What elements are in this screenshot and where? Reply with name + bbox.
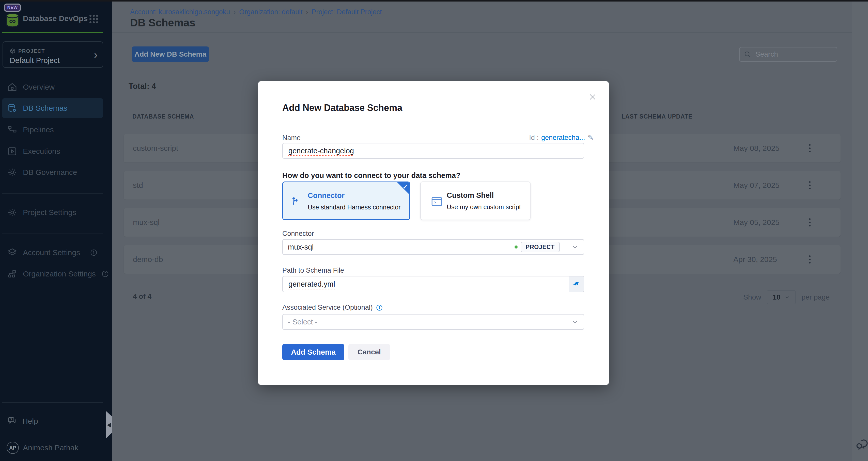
- column-header-last-schema-update: LAST SCHEMA UPDATE: [622, 113, 692, 120]
- user-name: Animesh Pathak: [23, 443, 78, 452]
- dialog-title: Add New Database Schema: [282, 103, 402, 113]
- right-rail: [852, 0, 868, 461]
- app-title: Database DevOps: [23, 14, 88, 23]
- new-badge: NEW: [4, 4, 21, 12]
- svg-text:∞: ∞: [9, 16, 16, 26]
- sidebar-item-pipelines[interactable]: Pipelines: [2, 122, 103, 137]
- sidebar-item-help[interactable]: ? Help: [2, 414, 103, 429]
- id-value-link[interactable]: generatecha...: [541, 134, 585, 142]
- chat-bubbles-icon[interactable]: [856, 439, 868, 452]
- add-schema-button[interactable]: Add Schema: [282, 344, 344, 360]
- cancel-button[interactable]: Cancel: [348, 344, 390, 360]
- path-label: Path to Schema File: [282, 267, 344, 274]
- pin-button[interactable]: [569, 276, 584, 292]
- service-select[interactable]: - Select -: [282, 314, 584, 330]
- sidebar: NEW ∞ Database DevOps PROJECT: [0, 0, 112, 461]
- sidebar-item-db-schemas[interactable]: DB Schemas: [2, 98, 103, 118]
- pagination-range: 4 of 4: [133, 292, 151, 301]
- org-chart-icon: [7, 269, 17, 279]
- option-subtitle: Use standard Harness connector: [308, 204, 400, 211]
- option-card-connector[interactable]: ✓ Connector Use standard Harness connect…: [282, 182, 410, 220]
- path-input-value: generated.yml: [288, 280, 335, 288]
- app-switcher-grid-icon[interactable]: [89, 15, 99, 24]
- connector-label: Connector: [282, 230, 314, 238]
- check-icon: ✓: [403, 183, 408, 190]
- project-selector-value: Default Project: [10, 56, 60, 65]
- collapse-arrow-icon: ◀: [107, 421, 111, 429]
- schema-name: custom-script: [133, 134, 178, 162]
- breadcrumb-separator: ›: [230, 9, 239, 16]
- add-schema-dialog: Add New Database Schema Name Id : genera…: [258, 81, 609, 385]
- service-select-placeholder: - Select -: [288, 318, 317, 326]
- search-icon: [744, 51, 751, 58]
- connector-select-value: mux-sql: [288, 243, 314, 251]
- page-title: DB Schemas: [130, 17, 195, 29]
- avatar: AP: [7, 442, 19, 454]
- sidebar-green-divider: [2, 32, 103, 33]
- database-devops-logo-icon: ∞: [5, 12, 20, 28]
- add-new-db-schema-button[interactable]: Add New DB Schema: [132, 46, 209, 62]
- path-input[interactable]: generated.yml: [282, 276, 584, 292]
- column-header-database-schema: DATABASE SCHEMA: [132, 113, 194, 120]
- close-icon[interactable]: [587, 92, 598, 102]
- sidebar-divider: [2, 402, 103, 403]
- page-size-select[interactable]: 10: [767, 290, 796, 304]
- chevron-right-icon: ›: [94, 50, 98, 60]
- project-selector[interactable]: PROJECT Default Project ›: [3, 41, 103, 68]
- search-input[interactable]: [755, 50, 833, 59]
- sidebar-item-label: DB Governance: [23, 168, 77, 177]
- layers-icon: [7, 248, 17, 258]
- breadcrumb-organization[interactable]: Organization: default: [239, 8, 302, 16]
- sidebar-item-project-settings[interactable]: Project Settings: [2, 205, 103, 220]
- sidebar-item-account-settings[interactable]: Account Settings: [2, 245, 103, 260]
- option-card-custom-shell[interactable]: >_ Custom Shell Use my own custom script: [420, 182, 531, 220]
- schema-name: std: [133, 171, 143, 200]
- scope-badge: PROJECT: [521, 242, 560, 252]
- schema-last-update: Apr 30, 2025: [733, 245, 777, 274]
- toolbar-divider: [112, 72, 852, 72]
- sidebar-collapse-handle[interactable]: ◀: [106, 411, 112, 439]
- id-prefix: Id :: [529, 134, 539, 142]
- terminal-icon: >_: [430, 195, 443, 208]
- breadcrumb-project[interactable]: Project: Default Project: [312, 8, 382, 16]
- name-input[interactable]: generate-changelog: [282, 143, 584, 159]
- option-title: Custom Shell: [447, 191, 494, 200]
- name-label: Name: [282, 134, 301, 142]
- header-divider: [112, 32, 852, 33]
- sidebar-item-label: Pipelines: [23, 125, 54, 134]
- breadcrumb-separator: ›: [302, 9, 312, 16]
- option-title: Connector: [308, 191, 345, 200]
- breadcrumb: Account: kurosakiichigo.songoku › Organi…: [130, 8, 382, 16]
- user-profile[interactable]: AP Animesh Pathak: [7, 442, 78, 454]
- schema-last-update: May 08, 2025: [733, 134, 780, 162]
- info-icon[interactable]: [101, 270, 109, 278]
- page-size-value: 10: [772, 293, 780, 301]
- sidebar-item-overview[interactable]: Overview: [2, 80, 103, 94]
- row-menu-kebab-icon[interactable]: [805, 245, 815, 274]
- sidebar-item-label: DB Schemas: [23, 104, 67, 112]
- sidebar-item-db-governance[interactable]: DB Governance: [2, 165, 103, 180]
- gear-icon: [7, 207, 17, 218]
- sidebar-item-executions[interactable]: Executions: [2, 144, 103, 159]
- service-label-row: Associated Service (Optional): [282, 304, 383, 311]
- per-page-label: per page: [801, 293, 830, 301]
- app-root: NEW ∞ Database DevOps PROJECT: [0, 0, 868, 461]
- row-menu-kebab-icon[interactable]: [805, 134, 815, 162]
- info-icon[interactable]: [90, 249, 98, 256]
- row-menu-kebab-icon[interactable]: [805, 171, 815, 200]
- row-menu-kebab-icon[interactable]: [805, 208, 815, 237]
- svg-text:>_: >_: [434, 200, 438, 205]
- info-icon[interactable]: [376, 304, 383, 311]
- schema-name: demo-db: [133, 245, 163, 274]
- sidebar-item-organization-settings[interactable]: Organization Settings: [2, 267, 103, 281]
- option-subtitle: Use my own custom script: [447, 203, 521, 211]
- entity-id-row: Id : generatecha... ✎: [529, 134, 594, 142]
- sidebar-divider: [2, 234, 103, 234]
- edit-pencil-icon[interactable]: ✎: [588, 134, 594, 142]
- connector-select[interactable]: mux-sql PROJECT: [282, 239, 584, 255]
- breadcrumb-account[interactable]: Account: kurosakiichigo.songoku: [130, 8, 230, 16]
- help-chat-icon: ?: [7, 416, 17, 426]
- project-selector-label: PROJECT: [18, 48, 45, 54]
- svg-text:?: ?: [10, 418, 12, 421]
- name-input-value: generate-changelog: [288, 147, 354, 155]
